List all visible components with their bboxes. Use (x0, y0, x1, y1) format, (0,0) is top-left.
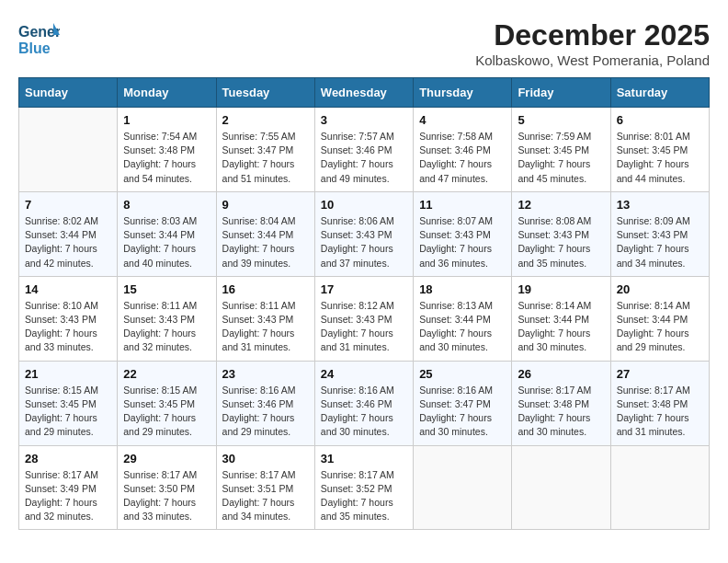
day-number: 8 (123, 198, 210, 212)
calendar-cell: 20Sunrise: 8:14 AMSunset: 3:44 PMDayligh… (610, 276, 709, 361)
day-number: 25 (419, 367, 506, 381)
day-number: 28 (25, 452, 111, 465)
logo-icon: General Blue (18, 18, 55, 55)
day-number: 19 (518, 282, 604, 296)
calendar-week-4: 21Sunrise: 8:15 AMSunset: 3:45 PMDayligh… (19, 361, 710, 445)
day-number: 20 (617, 282, 703, 296)
calendar-cell: 31Sunrise: 8:17 AMSunset: 3:52 PMDayligh… (314, 445, 413, 530)
day-info: Sunrise: 7:59 AMSunset: 3:45 PMDaylight:… (518, 130, 604, 186)
day-number: 26 (518, 367, 604, 381)
calendar-week-1: 1Sunrise: 7:54 AMSunset: 3:48 PMDaylight… (19, 108, 710, 192)
day-info: Sunrise: 8:15 AMSunset: 3:45 PMDaylight:… (123, 384, 210, 440)
page-header: General Blue December 2025 Kolbaskowo, W… (18, 18, 710, 68)
day-info: Sunrise: 8:16 AMSunset: 3:46 PMDaylight:… (222, 384, 309, 440)
calendar-cell: 24Sunrise: 8:16 AMSunset: 3:46 PMDayligh… (314, 361, 413, 445)
calendar-cell: 19Sunrise: 8:14 AMSunset: 3:44 PMDayligh… (512, 276, 610, 361)
day-number: 6 (617, 113, 703, 127)
weekday-header-row: SundayMondayTuesdayWednesdayThursdayFrid… (19, 78, 710, 108)
day-number: 2 (222, 113, 309, 127)
calendar-cell: 22Sunrise: 8:15 AMSunset: 3:45 PMDayligh… (118, 361, 216, 445)
day-number: 1 (123, 113, 210, 127)
calendar-cell: 21Sunrise: 8:15 AMSunset: 3:45 PMDayligh… (19, 361, 118, 445)
day-number: 12 (518, 198, 604, 212)
day-number: 23 (222, 367, 309, 381)
day-info: Sunrise: 8:17 AMSunset: 3:48 PMDaylight:… (617, 384, 703, 440)
day-number: 3 (321, 113, 407, 127)
day-number: 5 (518, 113, 604, 127)
day-info: Sunrise: 8:17 AMSunset: 3:48 PMDaylight:… (518, 384, 604, 440)
weekday-header-saturday: Saturday (610, 78, 709, 108)
day-info: Sunrise: 8:17 AMSunset: 3:51 PMDaylight:… (222, 468, 309, 524)
calendar-cell: 30Sunrise: 8:17 AMSunset: 3:51 PMDayligh… (216, 445, 314, 530)
day-info: Sunrise: 8:02 AMSunset: 3:44 PMDaylight:… (25, 214, 111, 270)
svg-text:Blue: Blue (18, 40, 51, 56)
calendar-cell (19, 108, 118, 192)
day-number: 17 (321, 282, 407, 296)
calendar-cell: 15Sunrise: 8:11 AMSunset: 3:43 PMDayligh… (118, 276, 216, 361)
calendar-cell: 12Sunrise: 8:08 AMSunset: 3:43 PMDayligh… (512, 191, 610, 276)
day-info: Sunrise: 8:17 AMSunset: 3:50 PMDaylight:… (123, 468, 210, 524)
day-info: Sunrise: 8:07 AMSunset: 3:43 PMDaylight:… (419, 214, 506, 270)
day-info: Sunrise: 8:17 AMSunset: 3:52 PMDaylight:… (321, 468, 407, 524)
calendar-cell: 5Sunrise: 7:59 AMSunset: 3:45 PMDaylight… (512, 108, 610, 192)
weekday-header-sunday: Sunday (19, 78, 118, 108)
calendar-cell: 10Sunrise: 8:06 AMSunset: 3:43 PMDayligh… (314, 191, 413, 276)
calendar-week-3: 14Sunrise: 8:10 AMSunset: 3:43 PMDayligh… (19, 276, 710, 361)
day-info: Sunrise: 8:09 AMSunset: 3:43 PMDaylight:… (617, 214, 703, 270)
day-number: 11 (419, 198, 506, 212)
calendar-cell: 6Sunrise: 8:01 AMSunset: 3:45 PMDaylight… (610, 108, 709, 192)
day-info: Sunrise: 8:15 AMSunset: 3:45 PMDaylight:… (25, 384, 111, 440)
day-number: 16 (222, 282, 309, 296)
day-number: 14 (25, 282, 111, 296)
calendar-cell: 23Sunrise: 8:16 AMSunset: 3:46 PMDayligh… (216, 361, 314, 445)
day-info: Sunrise: 8:16 AMSunset: 3:46 PMDaylight:… (321, 384, 407, 440)
calendar-cell: 9Sunrise: 8:04 AMSunset: 3:44 PMDaylight… (216, 191, 314, 276)
day-info: Sunrise: 8:04 AMSunset: 3:44 PMDaylight:… (222, 214, 309, 270)
calendar-cell: 27Sunrise: 8:17 AMSunset: 3:48 PMDayligh… (610, 361, 709, 445)
day-number: 15 (123, 282, 210, 296)
calendar-table: SundayMondayTuesdayWednesdayThursdayFrid… (18, 77, 710, 530)
calendar-cell: 4Sunrise: 7:58 AMSunset: 3:46 PMDaylight… (414, 108, 512, 192)
day-info: Sunrise: 8:11 AMSunset: 3:43 PMDaylight:… (123, 299, 210, 355)
day-number: 24 (321, 367, 407, 381)
calendar-cell (512, 445, 610, 530)
weekday-header-tuesday: Tuesday (216, 78, 314, 108)
calendar-week-5: 28Sunrise: 8:17 AMSunset: 3:49 PMDayligh… (19, 445, 710, 530)
calendar-cell: 7Sunrise: 8:02 AMSunset: 3:44 PMDaylight… (19, 191, 118, 276)
day-info: Sunrise: 7:55 AMSunset: 3:47 PMDaylight:… (222, 130, 309, 186)
calendar-cell: 16Sunrise: 8:11 AMSunset: 3:43 PMDayligh… (216, 276, 314, 361)
weekday-header-wednesday: Wednesday (314, 78, 413, 108)
calendar-cell: 2Sunrise: 7:55 AMSunset: 3:47 PMDaylight… (216, 108, 314, 192)
calendar-cell: 13Sunrise: 8:09 AMSunset: 3:43 PMDayligh… (610, 191, 709, 276)
day-info: Sunrise: 8:11 AMSunset: 3:43 PMDaylight:… (222, 299, 309, 355)
calendar-cell: 14Sunrise: 8:10 AMSunset: 3:43 PMDayligh… (19, 276, 118, 361)
day-number: 21 (25, 367, 111, 381)
day-info: Sunrise: 8:08 AMSunset: 3:43 PMDaylight:… (518, 214, 604, 270)
calendar-week-2: 7Sunrise: 8:02 AMSunset: 3:44 PMDaylight… (19, 191, 710, 276)
day-info: Sunrise: 8:03 AMSunset: 3:44 PMDaylight:… (123, 214, 210, 270)
day-number: 31 (321, 452, 407, 465)
calendar-cell: 3Sunrise: 7:57 AMSunset: 3:46 PMDaylight… (314, 108, 413, 192)
calendar-cell: 18Sunrise: 8:13 AMSunset: 3:44 PMDayligh… (414, 276, 512, 361)
calendar-cell (414, 445, 512, 530)
calendar-cell: 29Sunrise: 8:17 AMSunset: 3:50 PMDayligh… (118, 445, 216, 530)
calendar-cell: 1Sunrise: 7:54 AMSunset: 3:48 PMDaylight… (118, 108, 216, 192)
day-number: 13 (617, 198, 703, 212)
day-info: Sunrise: 7:58 AMSunset: 3:46 PMDaylight:… (419, 130, 506, 186)
day-info: Sunrise: 8:12 AMSunset: 3:43 PMDaylight:… (321, 299, 407, 355)
weekday-header-monday: Monday (118, 78, 216, 108)
day-number: 29 (123, 452, 210, 465)
weekday-header-thursday: Thursday (414, 78, 512, 108)
day-info: Sunrise: 8:13 AMSunset: 3:44 PMDaylight:… (419, 299, 506, 355)
day-info: Sunrise: 8:17 AMSunset: 3:49 PMDaylight:… (25, 468, 111, 524)
day-info: Sunrise: 8:06 AMSunset: 3:43 PMDaylight:… (321, 214, 407, 270)
day-number: 30 (222, 452, 309, 465)
day-number: 7 (25, 198, 111, 212)
day-number: 4 (419, 113, 506, 127)
day-info: Sunrise: 8:10 AMSunset: 3:43 PMDaylight:… (25, 299, 111, 355)
calendar-cell (610, 445, 709, 530)
day-number: 10 (321, 198, 407, 212)
calendar-cell: 25Sunrise: 8:16 AMSunset: 3:47 PMDayligh… (414, 361, 512, 445)
calendar-cell: 26Sunrise: 8:17 AMSunset: 3:48 PMDayligh… (512, 361, 610, 445)
day-number: 18 (419, 282, 506, 296)
